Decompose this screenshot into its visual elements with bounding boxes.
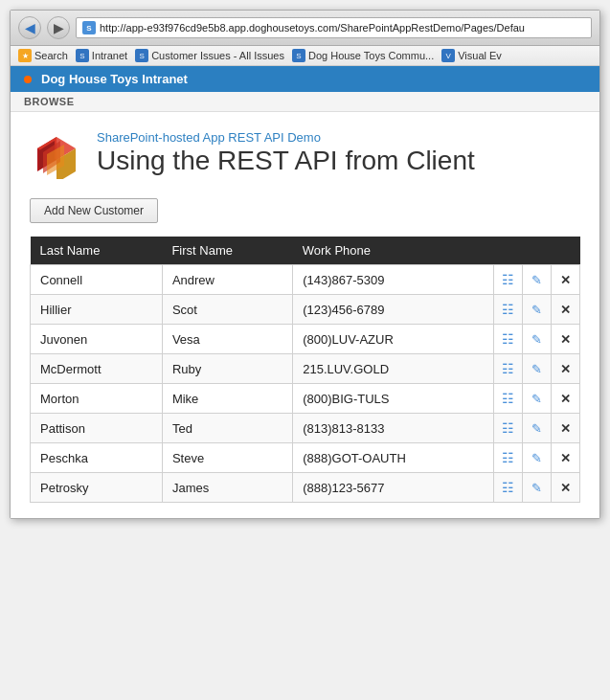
col-header-delete <box>552 237 580 265</box>
cell-edit[interactable]: ✎ <box>523 473 552 503</box>
delete-icon[interactable]: ✕ <box>556 389 576 408</box>
col-header-edit <box>523 237 552 265</box>
cell-edit[interactable]: ✎ <box>523 414 552 443</box>
fav-item-search[interactable]: ★ Search <box>18 49 68 62</box>
delete-icon[interactable]: ✕ <box>556 478 576 497</box>
edit-icon[interactable]: ✎ <box>528 300 547 319</box>
address-text: http://app-e93f976cd9e5b8.app.doghouseto… <box>100 22 525 34</box>
delete-icon[interactable]: ✕ <box>556 418 576 438</box>
cell-view[interactable]: ☷ <box>494 384 523 414</box>
address-bar[interactable]: S http://app-e93f976cd9e5b8.app.doghouse… <box>76 17 592 38</box>
app-header: SharePoint-hosted App REST API Demo Usin… <box>30 127 580 179</box>
delete-icon[interactable]: ✕ <box>556 270 576 289</box>
cell-view[interactable]: ☷ <box>494 295 523 325</box>
edit-icon[interactable]: ✎ <box>528 389 547 408</box>
back-button[interactable]: ◀ <box>18 16 41 39</box>
cell-work-phone: (813)813-8133 <box>293 414 494 443</box>
col-header-first-name: First Name <box>162 237 292 265</box>
delete-icon[interactable]: ✕ <box>556 300 576 319</box>
cell-view[interactable]: ☷ <box>494 443 523 473</box>
cell-view[interactable]: ☷ <box>494 354 523 384</box>
cell-first-name: Andrew <box>162 265 292 295</box>
view-icon[interactable]: ☷ <box>499 448 518 467</box>
cell-edit[interactable]: ✎ <box>523 443 552 473</box>
cell-view[interactable]: ☷ <box>494 414 523 443</box>
fav-sp-icon-3: S <box>292 49 305 62</box>
cell-edit[interactable]: ✎ <box>523 354 552 384</box>
fav-label-community: Dog House Toys Commu... <box>308 50 434 61</box>
view-icon[interactable]: ☷ <box>499 478 518 497</box>
edit-icon[interactable]: ✎ <box>528 448 547 467</box>
cell-view[interactable]: ☷ <box>494 325 523 354</box>
cell-edit[interactable]: ✎ <box>523 384 552 414</box>
delete-icon[interactable]: ✕ <box>556 359 576 378</box>
edit-icon[interactable]: ✎ <box>528 418 547 438</box>
app-titles: SharePoint-hosted App REST API Demo Usin… <box>97 130 475 177</box>
app-subtitle: SharePoint-hosted App REST API Demo <box>97 130 475 145</box>
fav-label-search: Search <box>34 50 68 61</box>
edit-icon[interactable]: ✎ <box>528 478 547 497</box>
fav-item-community[interactable]: S Dog House Toys Commu... <box>292 49 434 62</box>
cell-work-phone: (800)BIG-TULS <box>293 384 494 414</box>
cell-first-name: Mike <box>162 384 292 414</box>
cell-last-name: Peschka <box>31 443 163 473</box>
edit-icon[interactable]: ✎ <box>528 359 547 378</box>
fav-item-visual-ev[interactable]: V Visual Ev <box>441 49 502 62</box>
delete-icon[interactable]: ✕ <box>556 448 576 467</box>
cell-edit[interactable]: ✎ <box>523 295 552 325</box>
fav-sp-icon-2: S <box>135 49 148 62</box>
edit-icon[interactable]: ✎ <box>528 270 547 289</box>
cell-delete[interactable]: ✕ <box>552 325 580 354</box>
view-icon[interactable]: ☷ <box>499 359 518 378</box>
cell-delete[interactable]: ✕ <box>552 384 580 414</box>
col-header-last-name: Last Name <box>31 237 163 265</box>
cell-last-name: Pattison <box>31 414 163 443</box>
cell-work-phone: 215.LUV.GOLD <box>293 354 494 384</box>
fav-item-intranet[interactable]: S Intranet <box>76 49 127 62</box>
table-row: PattisonTed(813)813-8133☷✎✕ <box>31 414 580 443</box>
delete-icon[interactable]: ✕ <box>556 329 576 349</box>
table-row: ConnellAndrew(143)867-5309☷✎✕ <box>31 265 580 295</box>
table-row: PeschkaSteve(888)GOT-OAUTH☷✎✕ <box>31 443 580 473</box>
view-icon[interactable]: ☷ <box>499 300 518 319</box>
fav-item-customer-issues[interactable]: S Customer Issues - All Issues <box>135 49 284 62</box>
view-icon[interactable]: ☷ <box>499 270 518 289</box>
cell-first-name: Vesa <box>162 325 292 354</box>
cell-view[interactable]: ☷ <box>494 473 523 503</box>
browse-label: BROWSE <box>24 96 75 107</box>
cell-delete[interactable]: ✕ <box>552 265 580 295</box>
add-new-customer-button[interactable]: Add New Customer <box>30 198 158 223</box>
forward-button[interactable]: ▶ <box>47 16 70 39</box>
cell-view[interactable]: ☷ <box>494 265 523 295</box>
edit-icon[interactable]: ✎ <box>528 329 547 349</box>
site-header-label: Dog House Toys Intranet <box>41 72 188 86</box>
cell-delete[interactable]: ✕ <box>552 473 580 503</box>
table-row: HillierScot(123)456-6789☷✎✕ <box>31 295 580 325</box>
cell-last-name: Petrosky <box>31 473 163 503</box>
fav-sp-icon-1: S <box>76 49 89 62</box>
page-content: SharePoint-hosted App REST API Demo Usin… <box>11 112 599 518</box>
view-icon[interactable]: ☷ <box>499 389 518 408</box>
cell-first-name: Steve <box>162 443 292 473</box>
cell-edit[interactable]: ✎ <box>523 325 552 354</box>
col-header-view <box>494 237 523 265</box>
cell-delete[interactable]: ✕ <box>552 443 580 473</box>
table-row: McDermottRuby215.LUV.GOLD☷✎✕ <box>31 354 580 384</box>
cell-delete[interactable]: ✕ <box>552 414 580 443</box>
cell-work-phone: (800)LUV-AZUR <box>293 325 494 354</box>
browser-toolbar: ◀ ▶ S http://app-e93f976cd9e5b8.app.dogh… <box>11 11 599 46</box>
app-logo <box>30 127 81 179</box>
cell-last-name: Juvonen <box>31 325 163 354</box>
cell-first-name: Scot <box>162 295 292 325</box>
cell-edit[interactable]: ✎ <box>523 265 552 295</box>
cell-last-name: Connell <box>31 265 163 295</box>
cell-delete[interactable]: ✕ <box>552 295 580 325</box>
cell-delete[interactable]: ✕ <box>552 354 580 384</box>
view-icon[interactable]: ☷ <box>499 418 518 438</box>
browse-bar: BROWSE <box>11 92 599 112</box>
view-icon[interactable]: ☷ <box>499 329 518 349</box>
table-row: JuvonenVesa(800)LUV-AZUR☷✎✕ <box>31 325 580 354</box>
fav-label-intranet: Intranet <box>92 50 127 61</box>
cell-first-name: James <box>162 473 292 503</box>
cell-last-name: Morton <box>31 384 163 414</box>
